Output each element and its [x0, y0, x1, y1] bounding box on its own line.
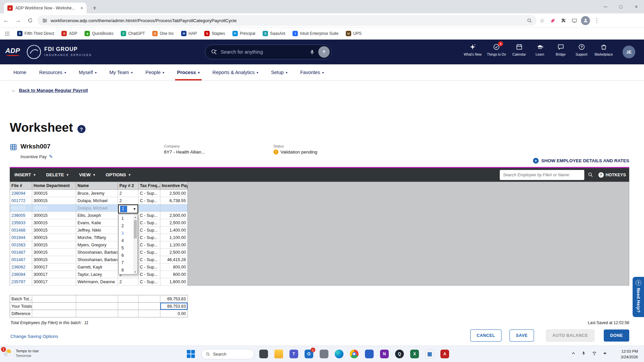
file-number-link[interactable]: 236084 — [10, 271, 32, 278]
marketplace-button[interactable]: Marketplace — [593, 43, 614, 56]
taskbar-app-edge[interactable] — [334, 348, 344, 360]
browser-profile-avatar[interactable] — [581, 16, 590, 25]
file-number-link[interactable]: 235797 — [10, 278, 32, 285]
view-menu-button[interactable]: VIEW▼ — [79, 172, 96, 177]
refresh-icon[interactable] — [24, 14, 36, 26]
minimize-button[interactable]: ─ — [598, 0, 613, 13]
file-number-link[interactable]: 001487 — [10, 249, 32, 256]
extension-icon-pink[interactable] — [547, 15, 558, 26]
cell-incentive-pay[interactable]: 1,400.00 — [160, 227, 187, 234]
scroll-down-icon[interactable]: ▼ — [133, 269, 138, 274]
extensions-puzzle-icon[interactable] — [558, 15, 569, 26]
options-menu-button[interactable]: OPTIONS▼ — [106, 172, 131, 177]
table-row[interactable]: 236084300017Taylor, Lacey2C - Sup...600.… — [10, 271, 188, 278]
file-number-link[interactable]: 001772 — [10, 197, 32, 204]
file-number-link[interactable]: 001944 — [10, 234, 32, 241]
volume-icon[interactable] — [603, 351, 608, 356]
maximize-button[interactable]: □ — [613, 0, 629, 13]
nav-item-setup[interactable]: Setup▾ — [271, 64, 287, 80]
cell-pay-number[interactable]: 2 — [118, 190, 139, 197]
scrollbar-thumb[interactable] — [134, 220, 137, 239]
dropdown-option[interactable]: 5 — [119, 244, 133, 252]
dropdown-option[interactable]: 1 — [119, 215, 133, 222]
calendar-button[interactable]: Calendar — [510, 43, 529, 56]
table-row[interactable]: 001772300015Dulapa, Michael2C - Sup...6,… — [10, 197, 188, 204]
user-avatar[interactable]: JE — [623, 46, 635, 58]
show-employee-details-link[interactable]: + SHOW EMPLOYEE DETAILS AND RATES — [533, 158, 629, 164]
taskbar-app-acrobat[interactable]: A — [440, 348, 449, 360]
tray-chevron-up-icon[interactable] — [571, 351, 576, 356]
table-row[interactable]: 001772300015Dulapa, Michael — [10, 204, 188, 212]
nav-item-myself[interactable]: Myself▾ — [79, 64, 97, 80]
cell-incentive-pay[interactable]: 2,500.00 — [160, 190, 187, 197]
nav-item-favorites[interactable]: Favorites▾ — [300, 64, 324, 80]
url-bar[interactable]: workforcenow.adp.com/theme/admin.html#/P… — [38, 15, 537, 26]
taskbar-app-window-dark[interactable] — [259, 348, 268, 360]
cell-incentive-pay[interactable]: 6,738.55 — [160, 197, 187, 204]
cell-incentive-pay[interactable]: 2,500.00 — [160, 249, 187, 256]
table-row[interactable]: 001563300015Myers, GregoryC - Sup...1,10… — [10, 241, 188, 249]
nav-item-people[interactable]: People▾ — [146, 64, 164, 80]
weather-widget[interactable]: 1 Temps to rise Tomorrow — [3, 348, 39, 359]
bookmark-item[interactable]: AADP — [61, 31, 77, 36]
cell-pay-number[interactable]: 2 — [118, 197, 139, 204]
bookmark-item[interactable]: CChatGPT — [121, 31, 145, 36]
bookmark-item[interactable]: HHAP — [181, 31, 197, 36]
adp-logo[interactable]: ADP — [5, 47, 20, 55]
bookmark-item[interactable]: SStaples — [204, 31, 225, 36]
global-search-bar[interactable]: Search for anything — [205, 45, 332, 59]
file-number-link[interactable]: 001488 — [10, 227, 32, 234]
whats-new-button[interactable]: What's New — [462, 43, 483, 56]
table-row[interactable]: 001487300015Shooshanian, BarbaraC - Sup.… — [10, 249, 188, 256]
hotkeys-button[interactable]: ? HOTKEYS — [598, 172, 626, 178]
taskbar-app-file-explorer[interactable] — [274, 348, 283, 360]
bookmark-item[interactable]: IIntuit Enterprise Suite — [292, 31, 338, 36]
dropdown-option[interactable]: 2 — [119, 222, 133, 230]
table-row[interactable]: 236005300015Ellis, JosephC - Sup...2,500… — [10, 212, 188, 219]
bridge-button[interactable]: Bridge — [551, 43, 570, 56]
dropdown-option[interactable]: 3 — [119, 230, 133, 237]
zoom-icon[interactable] — [527, 18, 532, 23]
taskbar-search[interactable]: Search — [201, 349, 254, 359]
bookmark-item[interactable]: qQuickBooks — [85, 31, 113, 36]
close-button[interactable]: × — [629, 0, 644, 13]
table-row[interactable]: 001944300015Morche, TiffanyC - Sup...1,1… — [10, 234, 188, 241]
edit-pencil-icon[interactable]: ✎ — [49, 154, 53, 159]
taskbar-app-excel[interactable]: X — [410, 348, 419, 360]
cell-pay-number[interactable]: 2 — [118, 278, 139, 285]
scroll-up-icon[interactable]: ▲ — [133, 215, 138, 219]
things-to-do-button[interactable]: 8 Things to Do — [485, 43, 508, 56]
table-row[interactable]: 236062300017Garrett, KaytiC - Sup...800.… — [10, 263, 188, 271]
dropdown-option[interactable]: 6 — [119, 252, 133, 259]
nav-item-home[interactable]: Home — [13, 64, 26, 80]
back-icon[interactable]: ← — [0, 14, 12, 26]
forward-icon[interactable]: → — [12, 14, 24, 26]
cancel-button[interactable]: CANCEL — [470, 329, 501, 342]
need-help-tab[interactable]: ? Need Help? — [633, 277, 644, 317]
file-number-link[interactable]: 236005 — [10, 212, 32, 219]
apps-grid-icon[interactable] — [5, 31, 10, 36]
nav-item-resources[interactable]: Resources▾ — [39, 64, 66, 80]
back-to-payroll-link[interactable]: ← Back to Manage Regular Payroll — [11, 88, 88, 93]
bookmark-star-icon[interactable]: ☆ — [537, 15, 547, 26]
dropdown-option[interactable]: 8 — [119, 266, 133, 274]
taskbar-app-chrome[interactable] — [350, 348, 359, 360]
nav-item-my-team[interactable]: My Team▾ — [109, 64, 133, 80]
mic-icon[interactable] — [309, 49, 315, 55]
cell-incentive-pay[interactable]: 2,500.00 — [160, 219, 187, 226]
taskbar-app-people[interactable]: O1 — [304, 348, 314, 360]
pay-number-select[interactable]: 2 ▼ — [118, 204, 138, 214]
cell-incentive-pay[interactable]: 2,500.00 — [160, 212, 187, 219]
toolbar-device-icon[interactable] — [569, 15, 580, 26]
help-icon[interactable]: ? — [77, 125, 86, 133]
delete-menu-button[interactable]: DELETE▼ — [46, 172, 69, 177]
start-button[interactable] — [187, 350, 196, 359]
learn-button[interactable]: Learn — [531, 43, 549, 56]
file-number-link[interactable]: 001563 — [10, 241, 32, 248]
file-number-link[interactable]: 236094 — [10, 190, 32, 197]
bookmark-item[interactable]: 5Fifth Third Direct — [17, 31, 54, 36]
dropdown-option[interactable]: 7 — [119, 259, 133, 266]
dropdown-scrollbar[interactable]: ▲ ▼ — [133, 215, 138, 274]
file-number-link[interactable]: 001772 — [10, 204, 32, 212]
table-row[interactable]: 001488300015Jeffrey, NikkiC - Sup...1,40… — [10, 227, 188, 234]
